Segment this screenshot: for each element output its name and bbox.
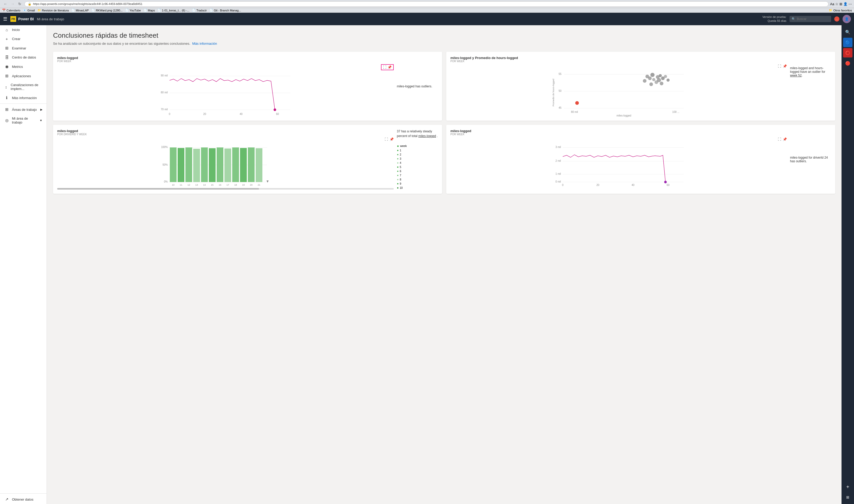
sidebar-item-areas[interactable]: ⊞ Áreas de trabajo ▶ xyxy=(0,105,47,114)
search-wrapper[interactable]: 🔍 xyxy=(789,16,831,22)
bookmark-traducir[interactable]: 📄 Traducir xyxy=(192,8,207,12)
bookmark-gmail[interactable]: 📧 Gmail xyxy=(23,8,35,12)
card4-pin-button[interactable]: 📌 xyxy=(783,137,787,141)
svg-text:13: 13 xyxy=(195,184,198,186)
tab-icon[interactable]: ⊞ xyxy=(839,2,842,6)
svg-text:90 mil: 90 mil xyxy=(161,74,168,77)
svg-point-34 xyxy=(649,83,653,86)
card2-chart-area: miles-logged y Promedio de hours-logged … xyxy=(450,56,787,116)
insight-card-4: miles-logged POR WEEK ⛶ 📌 3 mil 2 mil 1 … xyxy=(446,125,835,194)
card4-subtitle: POR WEEK xyxy=(450,133,787,136)
bookmark-calendario[interactable]: 📅 Calendario xyxy=(2,8,20,12)
refresh-button[interactable]: ↻ xyxy=(17,1,23,7)
sidebar-item-centro[interactable]: 🗄 Centro de datos xyxy=(0,53,47,62)
card3-text-area: 37 has a relatively steady percent of to… xyxy=(397,129,438,138)
sidebar-item-mas-info[interactable]: ℹ Más información xyxy=(0,93,47,103)
svg-point-28 xyxy=(657,78,661,82)
browser-action-buttons[interactable]: Aa ☆ ⊞ 👤 ⋯ xyxy=(830,2,852,6)
right-grid-button[interactable]: ⊞ xyxy=(843,492,852,502)
card3-subtitle: POR DRIVERID Y WEEK xyxy=(57,133,394,136)
svg-rect-48 xyxy=(217,147,223,182)
sidebar-item-inicio[interactable]: ⌂ Inicio xyxy=(0,25,47,34)
bookmark-revision[interactable]: 📁 Revision de literatura xyxy=(37,8,69,12)
card3-scrollbar[interactable] xyxy=(57,188,394,190)
svg-text:80 mil: 80 mil xyxy=(571,110,578,113)
card1-pin-button[interactable]: 📌 xyxy=(387,65,392,69)
bookmark-minas[interactable]: 📄 MinasLAP xyxy=(71,8,89,12)
card4-chart-area: miles-logged POR WEEK ⛶ 📌 3 mil 2 mil 1 … xyxy=(450,129,787,190)
bookmark-maps[interactable]: 📄 Maps xyxy=(144,8,155,12)
svg-rect-44 xyxy=(185,147,192,182)
address-bar[interactable]: 🔒 https://app.powerbi.com/groups/me/insi… xyxy=(24,1,829,7)
svg-text:80 mil: 80 mil xyxy=(161,91,168,94)
svg-point-33 xyxy=(667,78,670,82)
card4-insight-text: miles-logged for driverId 24 has outlier… xyxy=(790,156,831,163)
svg-text:19: 19 xyxy=(242,184,245,186)
right-add-button[interactable]: + xyxy=(843,482,852,491)
bookmark-rkward[interactable]: 📄 RKWard.png (1280... xyxy=(91,8,123,12)
card3-pin-button[interactable]: 📌 xyxy=(389,137,394,141)
browser-nav-buttons[interactable]: ← → ↻ xyxy=(2,1,23,7)
notification-badge[interactable]: ... xyxy=(834,16,839,22)
bookmark-git[interactable]: 📄 Git - Branch Manag... xyxy=(209,8,241,12)
examinar-icon: ⊞ xyxy=(4,46,10,51)
svg-text:50: 50 xyxy=(559,89,562,92)
svg-point-24 xyxy=(652,78,655,81)
right-office-button[interactable]: 🔴 xyxy=(843,58,852,68)
more-options-icon[interactable]: ⋯ xyxy=(849,2,852,6)
card3-expand-button[interactable]: ⛶ xyxy=(385,137,388,141)
subtitle-text: Se ha analizado un subconjunto de sus da… xyxy=(53,42,190,46)
card2-icons-area: ⛶ 📌 xyxy=(450,64,787,68)
sidebar-item-aplicaciones[interactable]: ⊞ Aplicaciones xyxy=(0,71,47,80)
bookmark-otros[interactable]: 📁 Otros favoritos xyxy=(829,8,852,12)
user-avatar[interactable]: 👤 xyxy=(842,15,851,23)
forward-button[interactable]: → xyxy=(10,1,16,7)
card2-expand-button[interactable]: ⛶ xyxy=(778,64,781,68)
back-button[interactable]: ← xyxy=(2,1,9,7)
hamburger-menu[interactable]: ☰ xyxy=(3,16,7,22)
sidebar-item-metrics[interactable]: ◉ Metrics xyxy=(0,62,47,71)
browser-chrome: ← → ↻ 🔒 https://app.powerbi.com/groups/m… xyxy=(0,0,854,8)
sidebar-item-obtener[interactable]: ↗ Obtener datos xyxy=(0,494,47,504)
home-icon: ⌂ xyxy=(4,28,10,32)
svg-rect-50 xyxy=(232,147,239,182)
card1-insight-text: miles-logged has outliers. xyxy=(397,85,432,88)
card4-chart-svg: 3 mil 2 mil 1 mil 0 mil 0 20 40 60 xyxy=(450,142,787,186)
main-content: Conclusiones rápidas de timesheet Se ha … xyxy=(47,25,841,504)
user-profile-icon[interactable]: 👤 xyxy=(843,2,848,6)
sidebar-label-crear: Crear xyxy=(12,37,21,41)
card1-text-area: miles-logged has outliers. xyxy=(394,56,438,116)
svg-text:70 mil: 70 mil xyxy=(161,108,168,111)
card1-expand-button[interactable]: ⛶ xyxy=(383,65,386,69)
more-info-link[interactable]: Más información xyxy=(192,42,217,46)
svg-text:20: 20 xyxy=(596,184,599,186)
bookmark-keras[interactable]: 📄 1-01_keras_t... (6) -... xyxy=(157,8,189,12)
card2-pin-button[interactable]: 📌 xyxy=(783,64,787,68)
sidebar-item-mi-area[interactable]: ◎ Mi área de trabajo ▼ xyxy=(0,114,47,127)
right-red-button[interactable]: ⭕ xyxy=(843,48,852,57)
right-sidebar: 🔍 🔵 ⭕ 🔴 + ⊞ xyxy=(841,25,854,504)
workspace-title: Mi área de trabajo xyxy=(37,17,64,21)
card4-expand-button[interactable]: ⛶ xyxy=(778,137,781,141)
star-icon[interactable]: ☆ xyxy=(835,2,838,6)
right-blue-button[interactable]: 🔵 xyxy=(843,38,852,47)
svg-text:40: 40 xyxy=(631,184,635,186)
card3-scrollbar-thumb[interactable] xyxy=(57,188,259,190)
info-icon: ℹ xyxy=(4,95,10,100)
bookmark-youtube[interactable]: 📄 YouTube xyxy=(125,8,141,12)
sidebar-label-aplicaciones: Aplicaciones xyxy=(12,74,31,78)
card2-text-area: miles-logged and hours-logged have an ou… xyxy=(787,56,831,116)
translate-icon[interactable]: Aa xyxy=(830,2,834,6)
svg-point-31 xyxy=(664,75,667,78)
card3-title: miles-logged xyxy=(57,129,394,133)
svg-rect-46 xyxy=(201,147,208,182)
right-search-button[interactable]: 🔍 xyxy=(843,27,852,37)
card3-chart-area: miles-logged POR DRIVERID Y WEEK ⛶ 📌 100… xyxy=(57,129,394,190)
svg-text:0%: 0% xyxy=(164,180,168,183)
sidebar-item-canalizaciones[interactable]: ↕ Canalizaciones de implem... xyxy=(0,80,47,93)
sidebar-item-crear[interactable]: + Crear xyxy=(0,34,47,43)
trial-info: Versión de prueba: Queda 55 días xyxy=(762,15,786,23)
search-input[interactable] xyxy=(789,16,831,22)
sidebar-label-canalizaciones: Canalizaciones de implem... xyxy=(11,83,42,91)
sidebar-item-examinar[interactable]: ⊞ Examinar xyxy=(0,43,47,53)
